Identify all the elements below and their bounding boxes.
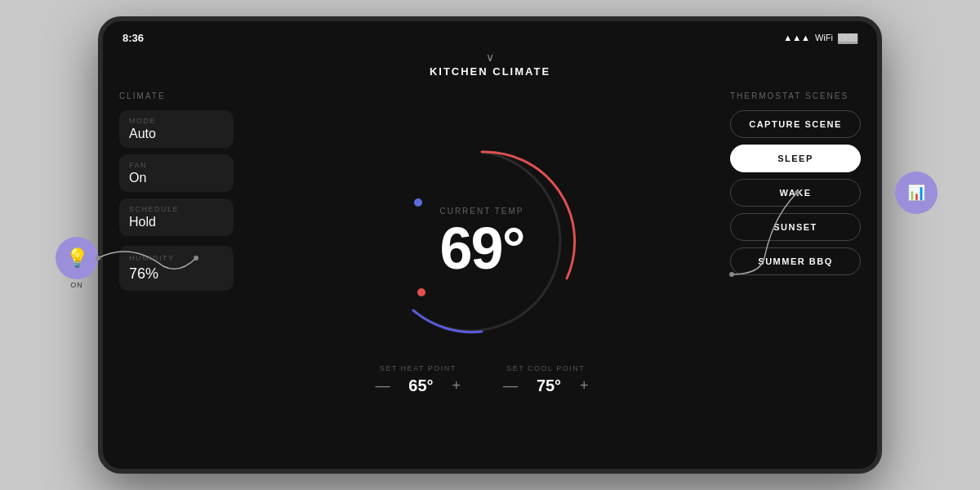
setpoints: SET HEAT POINT — 65° + SET COOL POINT — … xyxy=(370,364,593,396)
temp-display: CURRENT TEMP 69° xyxy=(439,206,523,277)
mode-value: Auto xyxy=(129,127,224,141)
current-temp-value: 69° xyxy=(440,215,524,280)
main-content: CLIMATE MODE Auto FAN On SCHEDULE Hold H… xyxy=(103,78,877,469)
header: ∨ KITCHEN CLIMATE xyxy=(103,51,877,78)
scene-button-sunset[interactable]: SUNSET xyxy=(730,213,861,241)
climate-section-label: CLIMATE xyxy=(119,91,234,100)
heat-setpoint-controls: — 65° + xyxy=(370,376,466,396)
heat-setpoint-label: SET HEAT POINT xyxy=(380,364,457,372)
cool-plus-button[interactable]: + xyxy=(575,376,594,396)
status-time: 8:36 xyxy=(122,32,144,44)
fan-card[interactable]: FAN On xyxy=(119,154,234,192)
heat-setpoint-value: 65° xyxy=(404,376,437,395)
cool-setpoint-label: SET COOL POINT xyxy=(506,364,585,372)
cool-setpoint-controls: — 75° + xyxy=(498,376,594,396)
status-icons: ▲▲▲ WiFi ▓▓▓ xyxy=(783,33,858,42)
left-panel: CLIMATE MODE Auto FAN On SCHEDULE Hold H… xyxy=(103,78,250,469)
fan-value: On xyxy=(129,171,224,185)
device-left-label: ON xyxy=(70,281,83,289)
lightbulb-icon: 💡 xyxy=(66,247,88,269)
schedule-card[interactable]: SCHEDULE Hold xyxy=(119,198,234,236)
scene-button-summer-bbq[interactable]: SUMMER BBQ xyxy=(730,247,861,275)
signal-icon: ▲▲▲ xyxy=(783,33,810,42)
heat-minus-button[interactable]: — xyxy=(370,376,394,396)
tablet-frame: 8:36 ▲▲▲ WiFi ▓▓▓ ∨ KITCHEN CLIMATE CLIM… xyxy=(98,16,882,474)
radiator-icon: 📊 xyxy=(907,184,925,202)
mode-label: MODE xyxy=(129,117,224,125)
scenes-list: CAPTURE SCENESLEEPWAKESUNSETSUMMER BBQ xyxy=(730,110,861,282)
wifi-icon: WiFi xyxy=(815,33,833,42)
humidity-card: HUMIDITY 76% xyxy=(119,246,234,291)
scenes-section-label: THERMOSTAT SCENES xyxy=(730,91,861,100)
current-temp-label: CURRENT TEMP xyxy=(439,206,523,215)
cool-minus-button[interactable]: — xyxy=(498,376,523,396)
cool-setpoint-value: 75° xyxy=(532,376,565,395)
battery-icon: ▓▓▓ xyxy=(838,33,858,42)
right-panel: THERMOSTAT SCENES CAPTURE SCENESLEEPWAKE… xyxy=(714,78,877,469)
right-device-float[interactable]: 📊 xyxy=(895,172,938,214)
left-device-float[interactable]: 💡 ON xyxy=(56,237,98,289)
scene-button-capture-scene[interactable]: CAPTURE SCENE xyxy=(730,110,861,138)
svg-point-4 xyxy=(414,198,422,207)
heat-setpoint: SET HEAT POINT — 65° + xyxy=(370,364,466,396)
schedule-label: SCHEDULE xyxy=(129,205,224,213)
chevron-down-icon[interactable]: ∨ xyxy=(486,51,494,64)
scene-button-sleep[interactable]: SLEEP xyxy=(730,145,861,172)
schedule-value: Hold xyxy=(129,215,224,229)
scene-button-wake[interactable]: WAKE xyxy=(730,179,861,207)
heat-plus-button[interactable]: + xyxy=(447,376,466,396)
humidity-label: HUMIDITY xyxy=(129,254,224,262)
mode-card[interactable]: MODE Auto xyxy=(119,110,234,148)
cool-setpoint: SET COOL POINT — 75° + xyxy=(498,364,594,396)
status-bar: 8:36 ▲▲▲ WiFi ▓▓▓ xyxy=(103,28,877,47)
center-panel: CURRENT TEMP 69° SET HEAT POINT — 65° + … xyxy=(250,78,714,469)
humidity-value: 76% xyxy=(129,265,224,283)
svg-point-5 xyxy=(417,288,425,296)
thermostat-ring[interactable]: CURRENT TEMP 69° xyxy=(376,136,588,348)
page-title: KITCHEN CLIMATE xyxy=(430,65,550,78)
fan-label: FAN xyxy=(129,161,224,169)
